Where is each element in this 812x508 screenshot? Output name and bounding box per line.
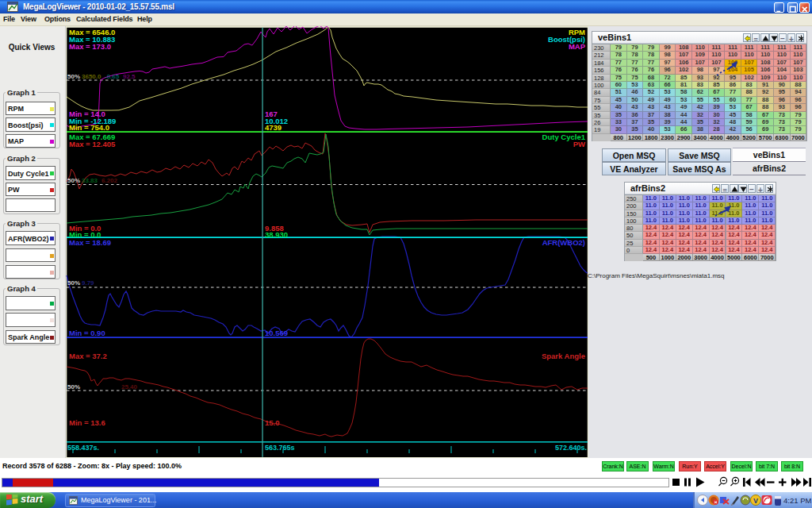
svg-text:Spark Angle: Spark Angle: [542, 352, 585, 360]
svg-text:15.0: 15.0: [265, 418, 280, 427]
svg-text:Max = 37.2: Max = 37.2: [69, 352, 107, 360]
svg-text:Max = 12.405: Max = 12.405: [69, 140, 116, 148]
svg-text:558.437s.: 558.437s.: [67, 444, 99, 452]
svg-text:Min = 13.6: Min = 13.6: [69, 418, 105, 427]
svg-text:572.640s.: 572.640s.: [555, 444, 587, 452]
svg-text:Max = 173.0: Max = 173.0: [69, 42, 111, 51]
svg-text:50%: 50%: [67, 73, 80, 80]
svg-text:Min = 0.90: Min = 0.90: [69, 329, 105, 337]
svg-text:Min = 754.0: Min = 754.0: [69, 123, 109, 132]
svg-text:50%: 50%: [67, 177, 80, 184]
svg-text:25.40: 25.40: [121, 383, 138, 391]
svg-text:4739: 4739: [265, 123, 282, 132]
svg-text:Max = 18.69: Max = 18.69: [69, 238, 111, 247]
svg-text:9.79: 9.79: [82, 279, 94, 287]
svg-text:-0.65: -0.65: [105, 73, 120, 80]
svg-text:6.202: 6.202: [102, 177, 118, 184]
svg-text:563.765s: 563.765s: [265, 444, 295, 452]
svg-text:38.930: 38.930: [265, 230, 288, 239]
svg-text:V: V: [753, 497, 758, 505]
svg-text:PW: PW: [573, 140, 585, 148]
svg-text:92.5: 92.5: [123, 73, 136, 80]
svg-text:10.569: 10.569: [265, 329, 288, 337]
svg-text:33.83: 33.83: [82, 177, 98, 184]
svg-text:MAP: MAP: [569, 42, 586, 51]
svg-text:50%: 50%: [67, 383, 80, 391]
svg-text:3650.0: 3650.0: [82, 73, 102, 80]
svg-text:50%: 50%: [67, 279, 80, 287]
svg-text:AFR(WBO2): AFR(WBO2): [542, 238, 585, 247]
